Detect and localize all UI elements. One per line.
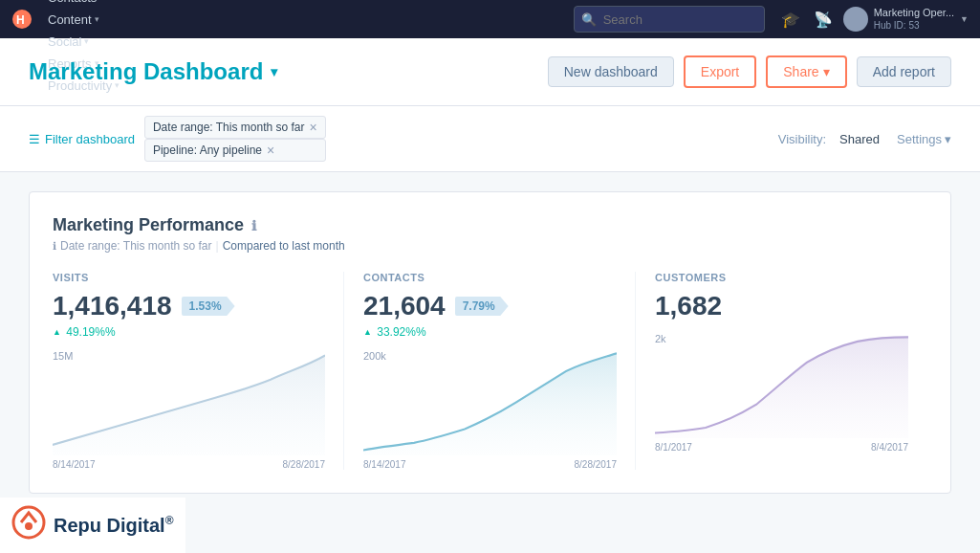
metric-col-customers: CUSTOMERS 1,682 2k 8/1/2017 8/4/2017 [636,272,927,470]
search-input[interactable] [574,6,765,33]
share-button[interactable]: Share ▾ [766,55,846,88]
top-navigation: H Marketing▾Dashboard▾Contacts▾Content▾S… [0,0,980,38]
contacts-chart: 200k [363,350,617,455]
contacts-x-labels: 8/14/2017 8/28/2017 [363,459,617,470]
filter-tags: Date range: This month so far×Pipeline: … [144,116,326,162]
settings-button[interactable]: Settings ▾ [897,132,951,146]
subtitle-info-icon: ℹ [53,240,56,253]
page-header: Marketing Dashboard ▾ New dashboard Expo… [0,38,980,106]
watermark-logo-icon [11,505,46,513]
nav-item-social[interactable]: Social▾ [40,31,127,53]
customers-value: 1,682 [655,291,722,321]
visits-badge: 1.53% [182,297,235,316]
filter-dashboard-link[interactable]: ☰ Filter dashboard [29,132,135,146]
marketing-performance-card: Marketing Performance ℹ ℹ Date range: Th… [29,191,951,494]
contacts-chevron: ▾ [99,0,104,2]
page-title-area: Marketing Dashboard ▾ [29,58,277,85]
add-report-button[interactable]: Add report [857,56,951,87]
filter-tag-1[interactable]: Pipeline: Any pipeline× [144,139,326,162]
new-dashboard-button[interactable]: New dashboard [548,56,674,87]
contacts-change: 33.92%% [363,325,617,339]
customers-chart: 2k [655,333,908,438]
page-title-chevron[interactable]: ▾ [271,64,277,79]
avatar [843,7,868,32]
filter-tag-0[interactable]: Date range: This month so far× [144,116,326,139]
content-chevron: ▾ [95,14,99,24]
visits-label: VISITS [53,272,325,283]
visits-value: 1,416,418 [53,291,172,321]
graduation-icon[interactable]: 🎓 [778,8,803,32]
export-button[interactable]: Export [684,55,756,88]
user-menu-chevron: ▼ [960,14,969,24]
reports-chevron: ▾ [95,58,99,68]
watermark: Repu Digital® [0,498,185,513]
settings-chevron-icon: ▾ [945,132,951,146]
filter-tag-remove-0[interactable]: × [309,120,316,135]
contacts-label: CONTACTS [363,272,617,283]
metrics-row: VISITS 1,416,418 1.53% 49.19%% 15M 8/14/… [53,272,927,470]
info-icon[interactable]: ℹ [251,218,256,233]
customers-y-label: 2k [655,333,666,344]
customers-x-labels: 8/1/2017 8/4/2017 [655,442,908,453]
page-title-text: Marketing Dashboard [29,58,263,85]
brand-logo[interactable]: H [11,9,33,30]
visits-change: 49.19%% [53,325,325,339]
visibility-label: Visibility: [778,132,826,146]
filter-tag-remove-1[interactable]: × [267,143,274,158]
nav-item-content[interactable]: Content▾ [40,9,127,31]
visibility-value: Shared [839,132,880,146]
nav-right-icons: 🎓 📡 [778,8,836,32]
visits-y-label: 15M [53,350,73,362]
svg-text:H: H [16,13,25,27]
header-actions: New dashboard Export Share ▾ Add report [548,55,951,88]
main-content: Marketing Performance ℹ ℹ Date range: Th… [0,172,980,513]
card-subtitle: ℹ Date range: This month so far | Compar… [53,239,927,253]
search-wrap: 🔍 [574,6,765,33]
contacts-badge: 7.79% [455,297,509,316]
contacts-y-label: 200k [363,350,386,362]
user-name: Marketing Oper... [874,7,954,19]
metric-col-visits: VISITS 1,416,418 1.53% 49.19%% 15M 8/14/… [53,272,344,470]
visits-chart: 15M [53,350,325,455]
contacts-value-row: 21,604 7.79% [363,291,617,321]
broadcast-icon[interactable]: 📡 [811,8,836,32]
card-title: Marketing Performance ℹ [53,215,927,235]
visits-value-row: 1,416,418 1.53% [53,291,325,321]
productivity-chevron: ▾ [115,80,120,90]
nav-item-contacts[interactable]: Contacts▾ [40,0,127,9]
filter-icon: ☰ [29,132,40,146]
customers-value-row: 1,682 [655,291,908,321]
visits-x-labels: 8/14/2017 8/28/2017 [53,459,325,470]
metric-col-contacts: CONTACTS 21,604 7.79% 33.92%% 200k 8/14/… [344,272,636,470]
contacts-value: 21,604 [363,291,446,321]
filter-bar: ☰ Filter dashboard Date range: This mont… [0,106,980,172]
user-menu[interactable]: Marketing Oper... Hub ID: 53 ▼ [843,7,969,32]
social-chevron: ▾ [84,36,89,46]
hub-id: Hub ID: 53 [874,20,954,32]
share-chevron-icon: ▾ [823,64,830,79]
customers-label: CUSTOMERS [655,272,908,283]
